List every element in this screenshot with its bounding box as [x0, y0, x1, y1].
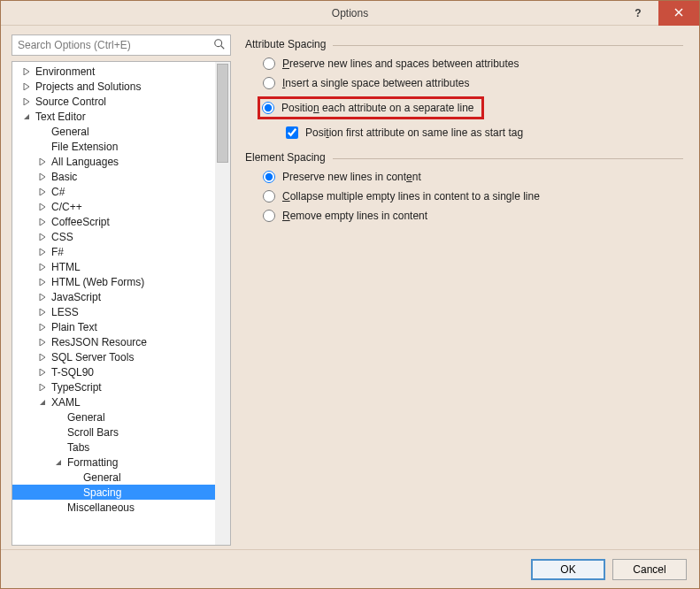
category-tree-box: EnvironmentProjects and SolutionsSource …: [12, 61, 231, 546]
no-icon: [37, 126, 48, 137]
tree-node[interactable]: Source Control: [12, 94, 215, 109]
tree-node-label: F#: [50, 246, 64, 258]
attr-opt-preserve[interactable]: Preserve new lines and spaces between at…: [263, 57, 683, 70]
tree-node-label: Environment: [34, 65, 95, 78]
chevron-right-icon[interactable]: [37, 292, 48, 302]
chevron-right-icon[interactable]: [37, 322, 48, 333]
radio-separate-line[interactable]: [262, 102, 274, 114]
radio-collapse-lines[interactable]: [263, 190, 275, 203]
tree-node-label: Scroll Bars: [65, 426, 119, 439]
chevron-right-icon[interactable]: [21, 81, 32, 92]
tree-node[interactable]: Formatting: [12, 455, 215, 470]
search-icon: [213, 38, 226, 50]
tree-node-label: TypeScript: [50, 381, 102, 394]
radio-label: Collapse multiple empty lines in content…: [282, 190, 540, 203]
cancel-button[interactable]: Cancel: [612, 559, 687, 580]
chevron-right-icon[interactable]: [37, 232, 48, 242]
chevron-right-icon[interactable]: [37, 277, 48, 287]
radio-label: Preserve new lines in content: [282, 171, 421, 183]
tree-node[interactable]: T-SQL90: [12, 364, 215, 379]
tree-node[interactable]: HTML (Web Forms): [12, 274, 215, 289]
tree-node[interactable]: File Extension: [12, 139, 215, 154]
tree-node-label: ResJSON Resource: [50, 336, 147, 348]
tree-node[interactable]: F#: [12, 244, 215, 259]
attr-opt-separate-line[interactable]: Position each attribute on a separate li…: [258, 96, 683, 119]
checkbox-first-same-line[interactable]: [286, 126, 298, 139]
elem-opt-remove[interactable]: Remove empty lines in content: [263, 210, 683, 222]
section-title: Attribute Spacing: [245, 38, 326, 50]
tree-node[interactable]: LESS: [12, 304, 215, 319]
left-panel: EnvironmentProjects and SolutionsSource …: [12, 34, 231, 546]
elem-opt-collapse[interactable]: Collapse multiple empty lines in content…: [263, 190, 683, 203]
radio-label: Preserve new lines and spaces between at…: [282, 57, 519, 70]
chevron-right-icon[interactable]: [37, 382, 48, 393]
tree-node[interactable]: HTML: [12, 259, 215, 274]
tree-node[interactable]: CSS: [12, 229, 215, 244]
chevron-right-icon[interactable]: [21, 66, 32, 77]
radio-preserve-content[interactable]: [263, 171, 275, 183]
close-icon: [674, 7, 683, 19]
tree-node[interactable]: XAML: [12, 394, 215, 409]
tree-node[interactable]: C#: [12, 184, 215, 199]
radio-preserve-attr[interactable]: [263, 57, 275, 70]
chevron-right-icon[interactable]: [37, 367, 48, 378]
tree-node[interactable]: CoffeeScript: [12, 214, 215, 229]
tree-node-label: JavaScript: [50, 291, 101, 303]
tree-node[interactable]: Tabs: [12, 440, 215, 455]
tree-node[interactable]: Spacing: [12, 485, 215, 500]
chevron-right-icon[interactable]: [37, 217, 48, 227]
tree-node[interactable]: Environment: [12, 64, 215, 79]
tree-node[interactable]: Plain Text: [12, 319, 215, 334]
radio-label: Position each attribute on a separate li…: [281, 102, 474, 114]
no-icon: [53, 412, 64, 423]
tree-node[interactable]: General: [12, 124, 215, 139]
ok-button[interactable]: OK: [531, 559, 605, 580]
tree-node-label: Tabs: [65, 441, 89, 454]
close-button[interactable]: [658, 1, 699, 26]
chevron-right-icon[interactable]: [37, 247, 48, 257]
tree-node-label: Source Control: [34, 96, 106, 108]
tree-node[interactable]: General: [12, 409, 215, 425]
chevron-right-icon[interactable]: [21, 96, 32, 107]
chevron-down-icon[interactable]: [37, 397, 48, 408]
chevron-right-icon[interactable]: [37, 172, 48, 182]
section-rule: [333, 45, 683, 46]
tree-node-label: Plain Text: [50, 321, 97, 333]
chevron-right-icon[interactable]: [37, 157, 48, 167]
chevron-right-icon[interactable]: [37, 337, 48, 348]
tree-node[interactable]: TypeScript: [12, 379, 215, 394]
tree-node[interactable]: Projects and Solutions: [12, 79, 215, 94]
tree-node[interactable]: Miscellaneous: [12, 500, 215, 515]
help-button[interactable]: ?: [618, 1, 658, 26]
no-icon: [69, 487, 80, 498]
tree-node-label: Text Editor: [34, 111, 86, 123]
tree-node[interactable]: Basic: [12, 169, 215, 184]
chevron-down-icon[interactable]: [21, 111, 32, 122]
tree-node-label: Spacing: [81, 486, 121, 499]
elem-opt-preserve[interactable]: Preserve new lines in content: [263, 171, 683, 183]
category-tree[interactable]: EnvironmentProjects and SolutionsSource …: [12, 62, 215, 545]
radio-insert-space[interactable]: [263, 77, 275, 89]
tree-node[interactable]: All Languages: [12, 154, 215, 169]
tree-node-label: Miscellaneous: [65, 501, 135, 514]
no-icon: [37, 142, 48, 152]
tree-node[interactable]: JavaScript: [12, 289, 215, 304]
chevron-right-icon[interactable]: [37, 352, 48, 363]
tree-node[interactable]: Scroll Bars: [12, 425, 215, 440]
chevron-right-icon[interactable]: [37, 307, 48, 317]
chevron-right-icon[interactable]: [37, 187, 48, 197]
tree-node[interactable]: Text Editor: [12, 109, 215, 124]
search-input[interactable]: [12, 34, 231, 56]
chevron-right-icon[interactable]: [37, 202, 48, 212]
chevron-right-icon[interactable]: [37, 262, 48, 272]
tree-node[interactable]: General: [12, 470, 215, 485]
tree-node[interactable]: SQL Server Tools: [12, 349, 215, 364]
tree-scrollbar[interactable]: [215, 62, 230, 545]
attr-sub-first-same-line[interactable]: Position first attribute on same line as…: [286, 126, 683, 139]
chevron-down-icon[interactable]: [53, 457, 64, 468]
tree-node[interactable]: ResJSON Resource: [12, 334, 215, 349]
tree-node[interactable]: C/C++: [12, 199, 215, 214]
radio-remove-lines[interactable]: [263, 210, 275, 222]
tree-node-label: LESS: [50, 306, 79, 318]
attr-opt-insert-space[interactable]: Insert a single space between attributes: [263, 77, 683, 89]
